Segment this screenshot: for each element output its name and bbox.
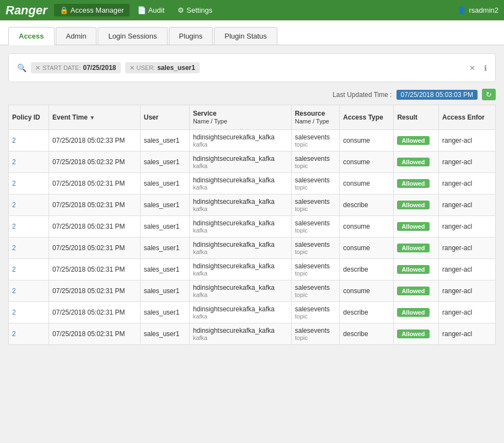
user-label: USER: (137, 64, 156, 71)
policy-id-link[interactable]: 2 (12, 223, 16, 230)
remove-start-date-button[interactable]: ✕ (35, 64, 40, 72)
cell-resource: salesevents topic (291, 152, 340, 173)
cell-policy-id: 2 (9, 259, 49, 280)
cell-result: Allowed (394, 302, 439, 323)
cell-event-time: 07/25/2018 05:02:31 PM (49, 323, 141, 345)
nav-audit-label: Audit (148, 6, 165, 14)
cell-policy-id: 2 (9, 302, 49, 323)
username-label: rsadmin2 (469, 6, 498, 14)
tab-plugins[interactable]: Plugins (169, 27, 213, 45)
user-filter[interactable]: ✕ USER: sales_user1 (125, 62, 200, 73)
cell-event-time: 07/25/2018 05:02:31 PM (49, 302, 141, 323)
cell-result: Allowed (394, 130, 439, 152)
top-navigation: Ranger 🔒 Access Manager 📄 Audit ⚙ Settin… (0, 0, 504, 20)
last-updated-row: Last Updated Time : 07/25/2018 05:03:03 … (8, 89, 496, 100)
cell-resource: salesevents topic (291, 259, 340, 280)
result-badge: Allowed (397, 158, 429, 166)
cell-access-type: consume (340, 130, 394, 152)
cell-policy-id: 2 (9, 195, 49, 216)
policy-id-link[interactable]: 2 (12, 287, 16, 295)
result-badge: Allowed (397, 244, 429, 252)
remove-user-button[interactable]: ✕ (130, 64, 135, 72)
result-badge: Allowed (397, 179, 429, 188)
cell-service: hdinsightsecurekafka_kafka kafka (189, 130, 291, 152)
cell-access-type: consume (340, 237, 394, 259)
policy-id-link[interactable]: 2 (12, 180, 16, 187)
user-value: sales_user1 (157, 64, 195, 72)
result-badge: Allowed (397, 287, 429, 295)
policy-id-link[interactable]: 2 (12, 158, 16, 166)
cell-policy-id: 2 (9, 237, 49, 259)
tab-admin[interactable]: Admin (56, 27, 97, 45)
nav-access-manager[interactable]: 🔒 Access Manager (54, 4, 130, 17)
tab-login-sessions[interactable]: Login Sessions (98, 27, 167, 45)
cell-user: sales_user1 (140, 280, 189, 302)
col-service: ServiceName / Type (189, 105, 291, 130)
cell-user: sales_user1 (140, 237, 189, 259)
result-badge: Allowed (397, 222, 429, 231)
policy-id-link[interactable]: 2 (12, 309, 16, 316)
cell-access-enforcer: ranger-acl (439, 173, 496, 195)
search-row: 🔍 ✕ START DATE: 07/25/2018 ✕ USER: sales… (17, 62, 487, 73)
cell-access-enforcer: ranger-acl (439, 152, 496, 173)
result-badge: Allowed (397, 201, 429, 209)
policy-id-link[interactable]: 2 (12, 330, 16, 338)
nav-audit[interactable]: 📄 Audit (132, 4, 170, 17)
policy-id-link[interactable]: 2 (12, 137, 16, 144)
brand-logo: Ranger (6, 3, 47, 18)
cell-service: hdinsightsecurekafka_kafka kafka (189, 237, 291, 259)
tab-access[interactable]: Access (8, 27, 55, 45)
nav-settings[interactable]: ⚙ Settings (172, 4, 218, 17)
cell-policy-id: 2 (9, 216, 49, 237)
cell-event-time: 07/25/2018 05:02:31 PM (49, 216, 141, 237)
table-row: 2 07/25/2018 05:02:31 PM sales_user1 hdi… (9, 195, 496, 216)
search-panel: 🔍 ✕ START DATE: 07/25/2018 ✕ USER: sales… (8, 53, 496, 82)
table-row: 2 07/25/2018 05:02:31 PM sales_user1 hdi… (9, 323, 496, 345)
cell-result: Allowed (394, 323, 439, 345)
user-menu[interactable]: 👤 rsadmin2 (457, 6, 498, 14)
policy-id-link[interactable]: 2 (12, 266, 16, 273)
table-row: 2 07/25/2018 05:02:31 PM sales_user1 hdi… (9, 216, 496, 237)
cell-service: hdinsightsecurekafka_kafka kafka (189, 173, 291, 195)
cell-resource: salesevents topic (291, 173, 340, 195)
cell-user: sales_user1 (140, 259, 189, 280)
cell-user: sales_user1 (140, 302, 189, 323)
cell-resource: salesevents topic (291, 302, 340, 323)
cell-event-time: 07/25/2018 05:02:31 PM (49, 195, 141, 216)
policy-id-link[interactable]: 2 (12, 201, 16, 209)
clear-all-button[interactable]: ✕ (469, 64, 475, 72)
timestamp-badge: 07/25/2018 05:03:03 PM (396, 90, 478, 100)
cell-service: hdinsightsecurekafka_kafka kafka (189, 152, 291, 173)
table-row: 2 07/25/2018 05:02:31 PM sales_user1 hdi… (9, 237, 496, 259)
start-date-value: 07/25/2018 (83, 64, 116, 72)
tab-plugin-status[interactable]: Plugin Status (214, 27, 277, 45)
cell-policy-id: 2 (9, 280, 49, 302)
result-badge: Allowed (397, 329, 429, 338)
cell-result: Allowed (394, 195, 439, 216)
col-user: User (140, 105, 189, 130)
table-row: 2 07/25/2018 05:02:31 PM sales_user1 hdi… (9, 259, 496, 280)
table-row: 2 07/25/2018 05:02:31 PM sales_user1 hdi… (9, 173, 496, 195)
cell-access-type: consume (340, 216, 394, 237)
audit-icon: 📄 (137, 6, 146, 14)
start-date-filter[interactable]: ✕ START DATE: 07/25/2018 (31, 62, 121, 73)
search-icon: 🔍 (17, 63, 26, 72)
cell-access-type: consume (340, 173, 394, 195)
refresh-button[interactable]: ↻ (482, 89, 496, 100)
cell-access-enforcer: ranger-acl (439, 302, 496, 323)
cell-service: hdinsightsecurekafka_kafka kafka (189, 323, 291, 345)
result-badge: Allowed (397, 308, 429, 317)
col-event-time[interactable]: Event Time ▼ (49, 105, 141, 130)
cell-service: hdinsightsecurekafka_kafka kafka (189, 302, 291, 323)
cell-access-enforcer: ranger-acl (439, 237, 496, 259)
info-icon[interactable]: ℹ (484, 64, 487, 72)
cell-policy-id: 2 (9, 152, 49, 173)
col-result: Result (394, 105, 439, 130)
policy-id-link[interactable]: 2 (12, 244, 16, 252)
table-row: 2 07/25/2018 05:02:31 PM sales_user1 hdi… (9, 302, 496, 323)
last-updated-label: Last Updated Time : (333, 91, 392, 99)
cell-access-enforcer: ranger-acl (439, 280, 496, 302)
table-row: 2 07/25/2018 05:02:33 PM sales_user1 hdi… (9, 130, 496, 152)
cell-resource: salesevents topic (291, 216, 340, 237)
cell-policy-id: 2 (9, 173, 49, 195)
